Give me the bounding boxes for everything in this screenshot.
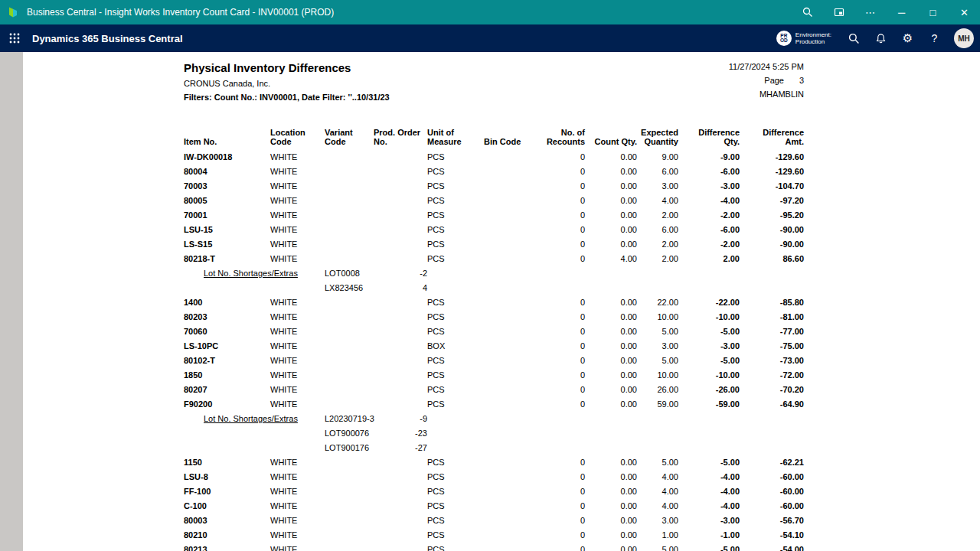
cell-variant xyxy=(325,338,374,353)
cell-bin xyxy=(484,338,537,353)
settings-gear-icon[interactable]: ⚙ xyxy=(894,24,921,52)
cell-variant xyxy=(325,193,374,207)
cell-diff-qty: -5.00 xyxy=(678,542,740,551)
cell-uom: PCS xyxy=(427,469,484,484)
cell-recounts: 0 xyxy=(537,178,585,193)
cell-recounts: 0 xyxy=(537,222,585,236)
column-header-item_no: Item No. xyxy=(184,128,270,149)
help-icon[interactable]: ? xyxy=(921,24,948,52)
cell-location: WHITE xyxy=(270,367,325,382)
report-filters: Filters: Count No.: INV00001, Date Filte… xyxy=(184,93,390,103)
app-title[interactable]: Dynamics 365 Business Central xyxy=(32,33,183,44)
cell-uom: PCS xyxy=(427,178,484,193)
cell-bin xyxy=(484,396,537,411)
cell-expected: 5.00 xyxy=(637,324,678,338)
open-in-window-icon[interactable] xyxy=(823,0,854,24)
column-header-bin: Bin Code xyxy=(484,128,537,149)
cell-diff-amt: -97.20 xyxy=(740,193,804,207)
lot-section-label xyxy=(184,440,325,455)
titlebar-controls: ⋯ ─ □ ✕ xyxy=(792,0,980,24)
titlebar: Business Central - Insight Works Invento… xyxy=(0,0,980,24)
cell-expected: 6.00 xyxy=(637,164,678,178)
cell-expected: 4.00 xyxy=(637,484,678,498)
cell-uom: PCS xyxy=(427,295,484,309)
cell-lot-no: L20230719-3 xyxy=(325,411,374,425)
cell-expected: 2.00 xyxy=(637,236,678,251)
cell-item-no: 80207 xyxy=(184,382,270,396)
cell-uom: PCS xyxy=(427,149,484,164)
cell-diff-qty: -2.00 xyxy=(678,207,740,222)
cell-variant xyxy=(325,484,374,498)
cell-diff-qty: -3.00 xyxy=(678,178,740,193)
cell-prod-order xyxy=(374,513,427,527)
cell-diff-qty: -26.00 xyxy=(678,382,740,396)
cell-count-qty: 4.00 xyxy=(585,251,637,266)
cell-expected: 59.00 xyxy=(637,396,678,411)
cell-location: WHITE xyxy=(270,396,325,411)
report-page-indicator: Page3 xyxy=(729,76,804,86)
item-row: 80213WHITEPCS00.005.00-5.00-54.00 xyxy=(184,542,804,551)
notifications-bell-icon[interactable] xyxy=(867,24,894,52)
minimize-button[interactable]: ─ xyxy=(886,0,917,24)
cell-bin xyxy=(484,484,537,498)
cell-variant xyxy=(325,469,374,484)
cell-prod-order xyxy=(374,251,427,266)
more-icon[interactable]: ⋯ xyxy=(854,0,886,24)
cell-location: WHITE xyxy=(270,324,325,338)
close-button[interactable]: ✕ xyxy=(949,0,980,24)
lot-section-label xyxy=(184,280,325,295)
item-row: 1400WHITEPCS00.0022.00-22.00-85.80 xyxy=(184,295,804,309)
cell-prod-order xyxy=(374,324,427,338)
cell-location: WHITE xyxy=(270,207,325,222)
cell-recounts: 0 xyxy=(537,193,585,207)
cell-diff-amt: -85.80 xyxy=(740,295,804,309)
cell-lot-qty: -9 xyxy=(374,411,427,425)
cell-expected: 2.00 xyxy=(637,207,678,222)
environment-badge[interactable]: PROD xyxy=(776,31,792,46)
cell-count-qty: 0.00 xyxy=(585,193,637,207)
report-page: Physical Inventory Differences CRONUS Ca… xyxy=(184,62,804,551)
cell-diff-qty: -1.00 xyxy=(678,527,740,542)
item-row: LSU-15WHITEPCS00.006.00-6.00-90.00 xyxy=(184,222,804,236)
cell-recounts: 0 xyxy=(537,527,585,542)
item-row: FF-100WHITEPCS00.004.00-4.00-60.00 xyxy=(184,484,804,498)
cell-count-qty: 0.00 xyxy=(585,367,637,382)
cell-diff-amt: -54.10 xyxy=(740,527,804,542)
cell-filler xyxy=(427,411,804,425)
cell-diff-amt: 86.60 xyxy=(740,251,804,266)
cell-prod-order xyxy=(374,498,427,513)
lot-section-label: Lot No. Shortages/Extras xyxy=(184,411,325,425)
cell-variant xyxy=(325,149,374,164)
cell-expected: 26.00 xyxy=(637,382,678,396)
item-row: 1150WHITEPCS00.005.00-5.00-62.21 xyxy=(184,455,804,469)
maximize-button[interactable]: □ xyxy=(917,0,949,24)
waffle-menu-icon[interactable] xyxy=(0,24,29,52)
report-table-body: IW-DK00018WHITEPCS00.009.00-9.00-129.608… xyxy=(184,149,804,551)
user-avatar[interactable]: MH xyxy=(954,28,974,48)
cell-filler xyxy=(427,266,804,280)
cell-recounts: 0 xyxy=(537,513,585,527)
cell-recounts: 0 xyxy=(537,149,585,164)
cell-diff-qty: -6.00 xyxy=(678,222,740,236)
cell-diff-amt: -56.70 xyxy=(740,513,804,527)
item-row: 80210WHITEPCS00.001.00-1.00-54.10 xyxy=(184,527,804,542)
cell-diff-qty: -5.00 xyxy=(678,324,740,338)
titlebar-search-icon[interactable] xyxy=(792,0,823,24)
item-row: 70060WHITEPCS00.005.00-5.00-77.00 xyxy=(184,324,804,338)
cell-recounts: 0 xyxy=(537,207,585,222)
cell-diff-amt: -129.60 xyxy=(740,149,804,164)
window-title: Business Central - Insight Works Invento… xyxy=(27,7,334,18)
item-row: 80004WHITEPCS00.006.00-6.00-129.60 xyxy=(184,164,804,178)
cell-bin xyxy=(484,527,537,542)
search-icon[interactable] xyxy=(841,24,867,52)
cell-item-no: FF-100 xyxy=(184,484,270,498)
cell-item-no: IW-DK00018 xyxy=(184,149,270,164)
cell-item-no: 80102-T xyxy=(184,353,270,367)
cell-expected: 4.00 xyxy=(637,193,678,207)
cell-location: WHITE xyxy=(270,338,325,353)
cell-diff-qty: -3.00 xyxy=(678,338,740,353)
item-row: C-100WHITEPCS00.004.00-4.00-60.00 xyxy=(184,498,804,513)
lot-detail-row: Lot No. Shortages/ExtrasL20230719-3-9 xyxy=(184,411,804,425)
cell-recounts: 0 xyxy=(537,382,585,396)
cell-variant xyxy=(325,309,374,324)
